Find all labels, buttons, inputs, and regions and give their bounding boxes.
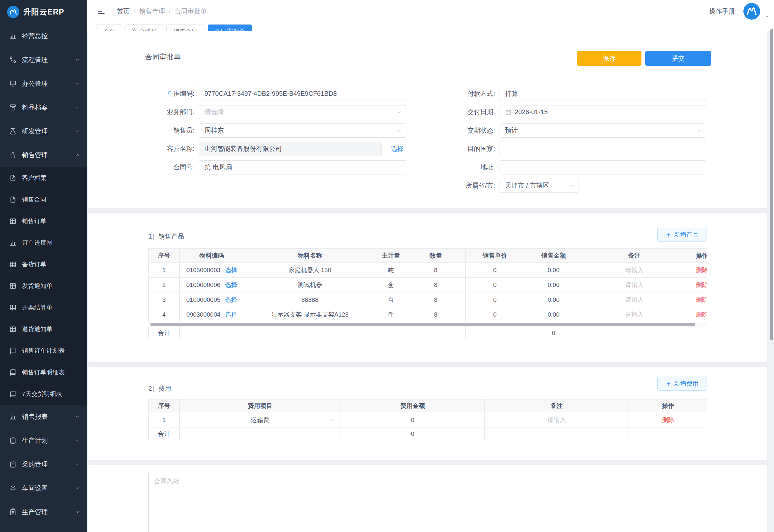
add-product-button[interactable]: 新增产品 bbox=[657, 228, 707, 242]
delete-row-link[interactable]: 删除 bbox=[696, 267, 708, 273]
remark-placeholder: 请输入 bbox=[625, 311, 644, 318]
fee-item-cell[interactable]: 运输费 bbox=[180, 412, 341, 428]
sidebar-item-17[interactable]: 销售报表 bbox=[0, 405, 87, 429]
price-cell[interactable]: 0 bbox=[466, 292, 524, 307]
unit: 套 bbox=[388, 281, 394, 288]
sidebar-item-label: 销售订单 bbox=[22, 217, 80, 225]
submit-button[interactable]: 提交 bbox=[645, 51, 711, 66]
remark-cell[interactable]: 请输入 bbox=[485, 412, 629, 428]
province-city-field[interactable]: 天津市 / 市辖区 bbox=[500, 179, 579, 193]
sidebar-item-7[interactable]: 销售合同 bbox=[0, 189, 87, 210]
add-fee-button[interactable]: 新增费用 bbox=[657, 377, 707, 391]
sidebar-item-9[interactable]: 订单进度图 bbox=[0, 232, 87, 253]
price-cell[interactable]: 0 bbox=[466, 263, 524, 278]
menu-toggle-icon[interactable] bbox=[97, 7, 106, 16]
avatar[interactable] bbox=[743, 3, 760, 20]
business-dept-field[interactable]: 请选择 bbox=[199, 105, 406, 119]
manual-link[interactable]: 操作手册 bbox=[709, 7, 735, 16]
field-label: 所属省/市: bbox=[393, 181, 500, 190]
price-cell[interactable]: 0 bbox=[466, 307, 524, 322]
material-code: 0903000004 bbox=[186, 311, 221, 318]
archive-icon bbox=[9, 103, 17, 111]
choose-material-link[interactable]: 选择 bbox=[225, 311, 237, 318]
qty-cell[interactable]: 8 bbox=[406, 292, 466, 307]
tab-label: 首页 bbox=[103, 27, 115, 31]
tab-0[interactable]: 首页 bbox=[96, 25, 122, 31]
breadcrumb-item: 合同审批单 bbox=[174, 7, 207, 16]
customer-name-field[interactable]: 山河智能装备股份有限公司 bbox=[199, 142, 382, 156]
sidebar-item-15[interactable]: 销售订单明细表 bbox=[0, 361, 87, 383]
remark-cell[interactable]: 请输入 bbox=[583, 263, 686, 278]
empty-cell bbox=[376, 327, 406, 339]
sidebar-item-13[interactable]: 退货通知单 bbox=[0, 318, 87, 340]
app-logo-icon bbox=[7, 6, 19, 18]
flow-icon bbox=[9, 56, 17, 64]
choose-material-link[interactable]: 选择 bbox=[225, 267, 237, 273]
grid-icon bbox=[9, 304, 17, 311]
form-row: 目的国家: bbox=[393, 140, 706, 158]
remark-cell[interactable]: 请输入 bbox=[583, 307, 686, 322]
delivery-date-field[interactable]: 2026-01-15 bbox=[500, 105, 706, 119]
price-cell[interactable]: 0 bbox=[466, 278, 524, 292]
destination-country-field[interactable] bbox=[500, 142, 706, 156]
sidebar-item-4[interactable]: 研发管理 bbox=[0, 119, 87, 143]
remark-cell[interactable]: 请输入 bbox=[583, 292, 686, 307]
sidebar-item-10[interactable]: 备货订单 bbox=[0, 253, 87, 275]
sidebar-item-2[interactable]: 办公管理 bbox=[0, 72, 87, 95]
sidebar-item-16[interactable]: 7天交货明细表 bbox=[0, 383, 87, 405]
save-button[interactable]: 保存 bbox=[577, 51, 641, 66]
price: 0 bbox=[493, 267, 497, 273]
page-scrollbar bbox=[770, 24, 773, 530]
seq-cell: 1 bbox=[149, 412, 180, 428]
column-header: 备注 bbox=[485, 399, 629, 412]
field-label: 合同号: bbox=[88, 163, 199, 172]
breadcrumb-item[interactable]: 首页 bbox=[117, 7, 130, 16]
empty-cell bbox=[629, 428, 708, 440]
choose-material-link[interactable]: 选择 bbox=[225, 296, 237, 303]
sidebar-item-6[interactable]: 客户档案 bbox=[0, 167, 87, 189]
qty-cell[interactable]: 8 bbox=[406, 263, 466, 278]
material-name-cell: 88888 bbox=[244, 292, 376, 307]
doc-code-field[interactable]: 9770CA17-3497-4DB2-995E-B49E9CF61BD8 bbox=[199, 87, 406, 101]
field-value: 预计 bbox=[505, 126, 518, 135]
sidebar-item-3[interactable]: 料品档案 bbox=[0, 95, 87, 119]
page-scrollbar-thumb[interactable] bbox=[770, 29, 773, 340]
address-field[interactable] bbox=[500, 160, 706, 174]
qty-cell[interactable]: 8 bbox=[406, 278, 466, 292]
sidebar-item-8[interactable]: 销售订单 bbox=[0, 210, 87, 232]
tab-3[interactable]: 合同审批单 bbox=[208, 25, 252, 31]
choose-material-link[interactable]: 选择 bbox=[225, 281, 237, 288]
delete-row-link[interactable]: 删除 bbox=[662, 417, 674, 423]
sidebar-item-18[interactable]: 生产计划 bbox=[0, 429, 87, 452]
products-header-row: 序号物料编码物料名称主计量数量销售单价销售金额备注操作 bbox=[149, 249, 708, 263]
fee-amount-cell[interactable]: 0 bbox=[341, 412, 485, 428]
sidebar-item-14[interactable]: 销售订单计划表 bbox=[0, 340, 87, 361]
tab-2[interactable]: 销售合同 bbox=[166, 25, 204, 31]
tab-1[interactable]: 客户档案 bbox=[125, 25, 163, 31]
user-menu-caret-icon[interactable] bbox=[765, 14, 769, 19]
salesperson-field[interactable]: 周桂东 bbox=[199, 123, 406, 138]
sidebar-item-20[interactable]: 车间设置 bbox=[0, 476, 87, 500]
remark-cell[interactable]: 请输入 bbox=[583, 278, 686, 292]
chevron-down-icon bbox=[569, 183, 575, 189]
sidebar-item-21[interactable]: 生产管理 bbox=[0, 500, 87, 524]
sidebar-item-5[interactable]: 销售管理 bbox=[0, 143, 87, 167]
horizontal-scrollbar-thumb[interactable] bbox=[150, 323, 695, 326]
payment-method-field[interactable]: 打算 bbox=[500, 87, 706, 101]
form-column-right: 付款方式:打算交付日期:2026-01-15交期状态:预计目的国家:地址:所属省… bbox=[393, 84, 706, 195]
delete-row-link[interactable]: 删除 bbox=[696, 281, 708, 288]
sidebar-item-1[interactable]: 流程管理 bbox=[0, 48, 87, 72]
material-name-cell: 显示器支架 显示器支架A123 bbox=[244, 307, 376, 322]
sidebar-item-11[interactable]: 发货通知单 bbox=[0, 275, 87, 297]
delete-row-link[interactable]: 删除 bbox=[696, 296, 708, 303]
sidebar-item-12[interactable]: 开票结算单 bbox=[0, 297, 87, 318]
contract-terms-textarea[interactable] bbox=[148, 472, 707, 532]
breadcrumb-item[interactable]: 销售管理 bbox=[139, 7, 165, 16]
delivery-status-field[interactable]: 预计 bbox=[500, 123, 706, 138]
qty-cell[interactable]: 8 bbox=[406, 307, 466, 322]
sidebar-item-22[interactable]: 仓库管理 bbox=[0, 524, 87, 532]
contract-no-field[interactable]: 第 电风扇 bbox=[199, 160, 406, 174]
sidebar-item-0[interactable]: 经营总控 bbox=[0, 24, 87, 48]
delete-row-link[interactable]: 删除 bbox=[696, 311, 708, 318]
sidebar-item-19[interactable]: 采购管理 bbox=[0, 452, 87, 476]
